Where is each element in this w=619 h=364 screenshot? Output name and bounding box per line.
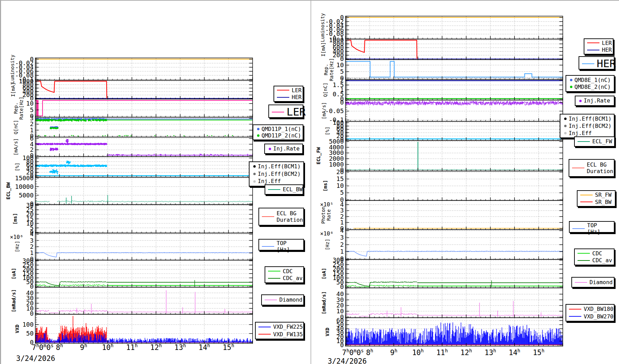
legend-item: Diamond [263, 296, 302, 303]
legend-label: Inj.Eff(BCM2) [258, 171, 301, 177]
y-axis-title: [Hz] [14, 241, 20, 253]
series-Diamond [359, 316, 369, 316]
series-CDC [46, 286, 59, 286]
y-axis-title: ECL_BW [5, 182, 11, 199]
legend-diamond[interactable]: Diamond [571, 277, 615, 288]
series-Inj.Rate [50, 147, 58, 151]
x-axis-label: 8h [56, 343, 63, 352]
strip-frame [345, 201, 563, 230]
y-axis-title: [mA/s] [321, 102, 327, 120]
legend-cdc[interactable]: CDCCDC_av [574, 248, 615, 265]
strip-current: 10008006004002000I[mA] [10, 77, 253, 102]
y-tick-label: 15 [336, 175, 344, 182]
legend-cdc[interactable]: CDCCDC_av [265, 266, 304, 283]
strip-duration: 302520151050[ms] [12, 202, 253, 236]
series-CDC [356, 287, 369, 287]
y-axis-title: VXD [325, 328, 330, 336]
legend-beam-currents[interactable]: LERHER [584, 38, 614, 54]
legend-top[interactable]: TOP [Hz] [258, 239, 304, 251]
legend-ring[interactable]: LER [268, 105, 303, 118]
strip-top: 43210[Hz]×10⁶ [10, 230, 253, 263]
strip-frame [345, 141, 563, 171]
y-tick-label: 10000 [15, 183, 34, 190]
legend-ecl-bg[interactable]: ECL BG Duration [258, 208, 304, 226]
legend-line-sample [580, 202, 593, 202]
axis-scale-prefix: ×10⁶ [10, 234, 23, 240]
legend-ecl-fw[interactable]: ECL_FW [574, 136, 615, 147]
x-axis-label: 14h [509, 348, 520, 357]
legend-label: CDC_av [283, 275, 303, 281]
y-tick-label: 1 [340, 248, 344, 255]
y-axis-title: [mRad/s] [11, 289, 16, 312]
legend-item: CDC_av [576, 257, 612, 264]
legend-line-sample [582, 63, 594, 64]
legend-beam-currents[interactable]: LERHER [274, 86, 303, 102]
legend-inj-eff[interactable]: Inj.Eff(BCM1)Inj.Eff(BCM2)Inj.Eff [560, 114, 615, 138]
y-axis-title: VXD [14, 325, 20, 333]
legend-item: VXD_FW225 [257, 324, 302, 330]
y-tick-label: 50 [26, 330, 34, 337]
legend-label: QMD8E_2(nC) [574, 84, 611, 90]
legend-line-sample [572, 228, 585, 229]
legend-inj-eff[interactable]: Inj.Eff(BCM1)Inj.Eff(BCM2)Inj.Eff [249, 161, 304, 186]
legend-vxd[interactable]: VXD_FW225VXD_FW135 [255, 322, 304, 339]
axis-scale-prefix: ×10⁵ [320, 201, 333, 208]
legend-label: Diamond [590, 279, 612, 286]
legend-item: CDC [267, 268, 302, 275]
legend-ring[interactable]: HER [579, 56, 615, 70]
y-tick-label: 2 [340, 241, 344, 248]
legend-item: Diamond [573, 279, 612, 286]
legend-label: QMD8E_1(nC) [574, 77, 611, 83]
legend-label: Inj.Rate [273, 145, 300, 152]
legend-inj-rate[interactable]: Inj.Rate [575, 96, 615, 106]
strip-frame [345, 121, 563, 141]
y-tick-label: 0 [30, 283, 34, 290]
series-Diamond [58, 310, 107, 312]
legend-ecl-bg[interactable]: ECL BG Duration [569, 159, 615, 177]
series-Inj.Eff [35, 164, 107, 167]
legend-label: VXD_BW180 [584, 306, 614, 312]
strip-lumi: 0-0.02-0.04-0.06-0.08-0.1Luminosity [320, 13, 563, 42]
legend-label: Inj.Eff(BCM2) [569, 123, 611, 129]
legend-qmd[interactable]: QMD11P_1(nC)QMD11P_2(nC) [253, 124, 303, 140]
series-CDC [59, 284, 107, 286]
legend-item: TOP [Hz] [260, 240, 302, 253]
legend-line-sample [268, 189, 280, 190]
legend-label: TOP [Hz] [587, 222, 612, 235]
legend-line-sample [265, 300, 277, 300]
series-TOP [57, 252, 253, 253]
legend-ecl-bw[interactable]: ECL_BW [265, 184, 303, 195]
series-Inj.Rate [35, 143, 107, 145]
series-Di amond [345, 313, 359, 315]
legend-item: ECL BG Duration [260, 210, 302, 223]
x-axis-label: 15h [223, 343, 234, 352]
legend-item: QMD8E_2(nC) [568, 84, 612, 90]
legend-line-sample [268, 271, 280, 271]
x-axis-label: 10h [102, 343, 113, 352]
legend-sr[interactable]: SR_FWSR_BW [577, 190, 616, 207]
series-VXD_BW270 [436, 323, 473, 345]
legend-item: ECL_FW [576, 138, 613, 145]
legend-label: HER [602, 47, 612, 53]
x-axis-label: 8h [366, 348, 373, 357]
legend-label: QMD11P_1(nC) [262, 126, 301, 132]
y-axis-title: [uA] [321, 268, 327, 280]
legend-inj-rate[interactable]: Inj.Rate [264, 144, 303, 154]
strip-current: 10008006004002000I[mA] [320, 36, 563, 62]
legend-diamond[interactable]: Diamond [261, 294, 304, 305]
legend-qmd[interactable]: QMD8E_1(nC)QMD8E_2(nC) [566, 75, 615, 92]
strip-frame [35, 177, 253, 205]
y-axis-title: Q[nC] [13, 120, 19, 134]
axis-scale-prefix: ×10⁶ [320, 230, 333, 237]
legend-item: VXD_FW135 [257, 331, 302, 338]
y-axis-title: Rep. [13, 102, 19, 114]
y-tick-label: 3 [340, 234, 344, 241]
legend-line-sample [587, 43, 599, 43]
legend-vxd[interactable]: VXD_BW180VXD_BW270 [566, 304, 615, 321]
y-tick-label: 20 [336, 168, 344, 175]
strip-vxd: 6050403020100VXD [325, 317, 563, 349]
legend-line-sample [262, 246, 274, 247]
strip-lumi: 0-0.02-0.04-0.06-0.08-0.1Luminosity [10, 54, 253, 83]
legend-top[interactable]: TOP [Hz] [569, 221, 615, 233]
y-axis-title: Rate[Hz] [329, 58, 334, 81]
